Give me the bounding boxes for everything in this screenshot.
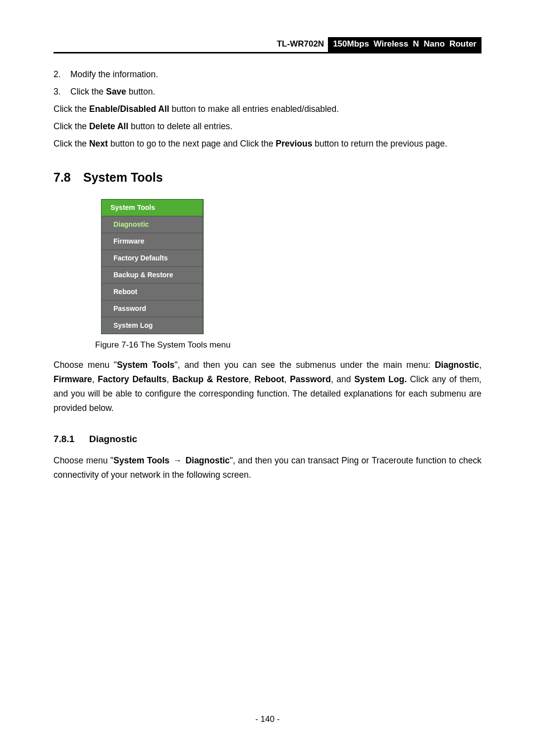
section-title: System Tools <box>83 167 163 188</box>
numbered-list: 2. Modify the information. 3. Click the … <box>54 67 482 99</box>
list-item: 2. Modify the information. <box>54 67 482 82</box>
section-number: 7.8 <box>54 167 83 188</box>
figure-caption: Figure 7-16 The System Tools menu <box>95 338 482 352</box>
page-header: TL-WR702N 150Mbps Wireless N Nano Router <box>54 37 482 53</box>
page-number: - 140 - <box>0 714 535 724</box>
list-text: Modify the information. <box>70 67 158 82</box>
subsection-number: 7.8.1 <box>54 431 89 447</box>
paragraph-navigation: Click the Next button to go to the next … <box>54 137 482 151</box>
paragraph-delete-all: Click the Delete All button to delete al… <box>54 119 482 134</box>
header-description: 150Mbps Wireless N Nano Router <box>328 37 482 52</box>
menu-item-system-log[interactable]: System Log <box>102 317 203 334</box>
page-content: 2. Modify the information. 3. Click the … <box>54 53 482 482</box>
list-item: 3. Click the Save button. <box>54 85 482 99</box>
menu-item-reboot[interactable]: Reboot <box>102 284 203 301</box>
menu-item-factory-defaults[interactable]: Factory Defaults <box>102 250 203 267</box>
menu-item-backup-restore[interactable]: Backup & Restore <box>102 267 203 284</box>
paragraph-diagnostic: Choose menu "System Tools → Diagnostic",… <box>54 454 482 482</box>
header-model: TL-WR702N <box>273 37 328 52</box>
menu-header: System Tools <box>102 200 203 216</box>
list-number: 3. <box>54 85 70 99</box>
menu-item-password[interactable]: Password <box>102 301 203 317</box>
system-tools-menu-figure: System Tools Diagnostic Firmware Factory… <box>101 199 482 335</box>
arrow-right-icon: → <box>172 454 183 468</box>
menu-item-firmware[interactable]: Firmware <box>102 233 203 250</box>
list-text: Click the Save button. <box>70 85 155 99</box>
menu-item-diagnostic[interactable]: Diagnostic <box>102 216 203 233</box>
section-heading: 7.8 System Tools <box>54 167 482 188</box>
subsection-title: Diagnostic <box>89 431 137 447</box>
subsection-heading: 7.8.1 Diagnostic <box>54 431 482 447</box>
system-tools-menu: System Tools Diagnostic Firmware Factory… <box>101 199 204 335</box>
paragraph-enable-all: Click the Enable/Disabled All button to … <box>54 102 482 116</box>
paragraph-choose-menu: Choose menu "System Tools", and then you… <box>54 358 482 415</box>
list-number: 2. <box>54 67 70 82</box>
